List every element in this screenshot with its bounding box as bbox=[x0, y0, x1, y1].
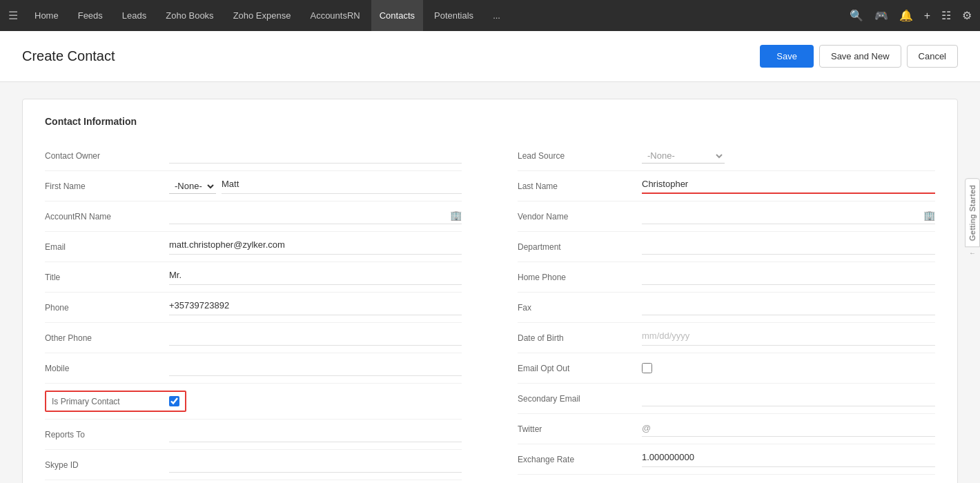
other-phone-row: Other Phone bbox=[45, 323, 462, 353]
lead-source-select[interactable]: -None- Web Cold Call Advertisement bbox=[642, 148, 725, 164]
nav-accountsrn[interactable]: AccountsRN bbox=[302, 0, 368, 31]
department-input[interactable] bbox=[642, 239, 935, 255]
getting-started-tab[interactable]: Getting Started bbox=[965, 179, 980, 248]
title-label: Title bbox=[45, 273, 169, 282]
fax-label: Fax bbox=[518, 303, 642, 313]
first-name-wrapper: -None- Mr. Ms. Mrs. Dr. Matt bbox=[169, 179, 462, 194]
vendor-lookup-icon[interactable]: 🏢 bbox=[923, 210, 935, 221]
lead-source-row: Lead Source -None- Web Cold Call Adverti… bbox=[518, 141, 935, 171]
skype-id-input[interactable] bbox=[169, 457, 462, 473]
twitter-label: Twitter bbox=[518, 424, 642, 434]
email-input[interactable]: matt.christopher@zylker.com bbox=[169, 239, 462, 255]
phone-row: Phone +35739723892 bbox=[45, 293, 462, 323]
lead-source-label: Lead Source bbox=[518, 151, 642, 161]
content-area: Contact Information Contact Owner First … bbox=[0, 82, 980, 483]
cancel-button[interactable]: Cancel bbox=[907, 45, 958, 68]
save-and-new-button[interactable]: Save and New bbox=[819, 45, 901, 68]
skype-id-label: Skype ID bbox=[45, 460, 169, 470]
fax-row: Fax bbox=[518, 293, 935, 323]
twitter-row: Twitter @ bbox=[518, 414, 935, 444]
other-phone-label: Other Phone bbox=[45, 333, 169, 343]
navbar: ☰ Home Feeds Leads Zoho Books Zoho Expen… bbox=[0, 0, 980, 31]
bell-icon[interactable]: 🔔 bbox=[899, 9, 913, 22]
last-name-row: Last Name Christopher bbox=[518, 171, 935, 201]
form-grid: Contact Owner First Name -None- Mr. Ms. … bbox=[45, 141, 935, 480]
account-name-row: AccountRN Name 🏢 bbox=[45, 201, 462, 232]
nav-potentials[interactable]: Potentials bbox=[426, 0, 482, 31]
skype-id-row: Skype ID bbox=[45, 450, 462, 480]
contact-owner-row: Contact Owner bbox=[45, 141, 462, 171]
secondary-email-label: Secondary Email bbox=[518, 394, 642, 404]
first-name-label: First Name bbox=[45, 181, 169, 191]
nav-contacts[interactable]: Contacts bbox=[371, 0, 423, 31]
account-name-value[interactable]: 🏢 bbox=[169, 209, 462, 224]
phone-input[interactable]: +35739723892 bbox=[169, 300, 462, 315]
email-row: Email matt.christopher@zylker.com bbox=[45, 232, 462, 262]
vendor-name-value[interactable]: 🏢 bbox=[642, 209, 935, 224]
nav-leads[interactable]: Leads bbox=[114, 0, 155, 31]
mobile-input[interactable] bbox=[169, 361, 462, 376]
mobile-row: Mobile bbox=[45, 353, 462, 384]
dob-input[interactable]: mm/dd/yyyy bbox=[642, 331, 935, 346]
account-lookup-icon[interactable]: 🏢 bbox=[450, 210, 462, 221]
dob-placeholder: mm/dd/yyyy bbox=[642, 331, 689, 341]
page-title: Create Contact bbox=[22, 48, 115, 64]
collapse-icon[interactable]: ← bbox=[969, 248, 976, 256]
reports-to-input[interactable] bbox=[169, 427, 462, 442]
email-opt-out-label: Email Opt Out bbox=[518, 364, 642, 373]
profile-icon[interactable]: ⚙ bbox=[962, 9, 972, 22]
exchange-rate-value: 1.000000000 bbox=[642, 452, 935, 467]
last-name-label: Last Name bbox=[518, 181, 642, 191]
apps-icon[interactable]: ☷ bbox=[941, 9, 951, 22]
primary-contact-label: Is Primary Contact bbox=[52, 397, 169, 406]
primary-contact-checkbox[interactable] bbox=[169, 396, 179, 406]
getting-started-tab-wrapper: Getting Started ← bbox=[965, 179, 980, 257]
dob-label: Date of Birth bbox=[518, 333, 642, 343]
fax-input[interactable] bbox=[642, 300, 935, 315]
phone-label: Phone bbox=[45, 303, 169, 313]
exchange-rate-row: Exchange Rate 1.000000000 bbox=[518, 444, 935, 475]
contact-owner-value[interactable] bbox=[169, 148, 462, 164]
page-header: Create Contact Save Save and New Cancel bbox=[0, 31, 980, 82]
search-icon[interactable]: 🔍 bbox=[850, 9, 863, 22]
email-opt-out-row: Email Opt Out bbox=[518, 353, 935, 384]
nav-zohoexpense[interactable]: Zoho Expense bbox=[225, 0, 300, 31]
twitter-input[interactable]: @ bbox=[642, 422, 935, 437]
plus-icon[interactable]: + bbox=[924, 10, 930, 22]
home-phone-row: Home Phone bbox=[518, 262, 935, 293]
nav-home[interactable]: Home bbox=[26, 0, 67, 31]
section-title: Contact Information bbox=[45, 116, 935, 127]
email-opt-out-checkbox[interactable] bbox=[642, 363, 652, 373]
form-left-col: Contact Owner First Name -None- Mr. Ms. … bbox=[45, 141, 490, 480]
primary-contact-row: Is Primary Contact bbox=[45, 384, 462, 420]
department-row: Department bbox=[518, 232, 935, 262]
nav-more[interactable]: ... bbox=[484, 0, 509, 31]
mobile-label: Mobile bbox=[45, 364, 169, 373]
reports-to-row: Reports To bbox=[45, 420, 462, 450]
secondary-email-input[interactable] bbox=[642, 391, 935, 406]
account-name-label: AccountRN Name bbox=[45, 212, 169, 221]
first-name-input[interactable]: Matt bbox=[222, 179, 462, 194]
form-right-col: Lead Source -None- Web Cold Call Adverti… bbox=[490, 141, 935, 480]
email-label: Email bbox=[45, 242, 169, 252]
gamepad-icon[interactable]: 🎮 bbox=[874, 9, 888, 22]
nav-zohobooks[interactable]: Zoho Books bbox=[157, 0, 222, 31]
reports-to-label: Reports To bbox=[45, 430, 169, 440]
primary-contact-wrapper: Is Primary Contact bbox=[45, 391, 186, 412]
title-input[interactable]: Mr. bbox=[169, 270, 462, 285]
save-button[interactable]: Save bbox=[760, 45, 814, 68]
last-name-input[interactable]: Christopher bbox=[642, 179, 935, 194]
other-phone-input[interactable] bbox=[169, 331, 462, 346]
nav-icons: 🔍 🎮 🔔 + ☷ ⚙ bbox=[850, 9, 972, 22]
home-phone-input[interactable] bbox=[642, 270, 935, 285]
menu-icon[interactable]: ☰ bbox=[8, 9, 18, 22]
lead-source-wrapper: -None- Web Cold Call Advertisement bbox=[642, 148, 935, 164]
home-phone-label: Home Phone bbox=[518, 273, 642, 282]
first-name-row: First Name -None- Mr. Ms. Mrs. Dr. Matt bbox=[45, 171, 462, 201]
date-of-birth-row: Date of Birth mm/dd/yyyy bbox=[518, 323, 935, 353]
title-row: Title Mr. bbox=[45, 262, 462, 293]
form-card: Contact Information Contact Owner First … bbox=[22, 99, 958, 483]
nav-feeds[interactable]: Feeds bbox=[70, 0, 111, 31]
secondary-email-row: Secondary Email bbox=[518, 384, 935, 414]
first-name-prefix-select[interactable]: -None- Mr. Ms. Mrs. Dr. bbox=[169, 179, 216, 194]
